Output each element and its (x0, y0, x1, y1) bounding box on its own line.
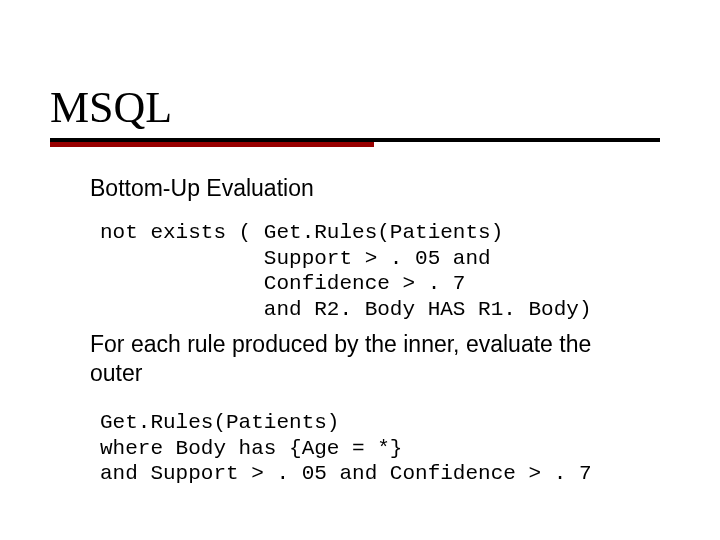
title-rule-red (50, 142, 374, 147)
body-text: For each rule produced by the inner, eva… (90, 330, 650, 388)
slide: MSQL Bottom-Up Evaluation not exists ( G… (0, 0, 720, 540)
code-block-1: not exists ( Get.Rules(Patients) Support… (100, 220, 650, 322)
subheading: Bottom-Up Evaluation (90, 175, 650, 202)
slide-title: MSQL (50, 82, 172, 133)
code-block-2: Get.Rules(Patients) where Body has {Age … (100, 410, 650, 487)
content-area: Bottom-Up Evaluation not exists ( Get.Ru… (90, 175, 650, 487)
